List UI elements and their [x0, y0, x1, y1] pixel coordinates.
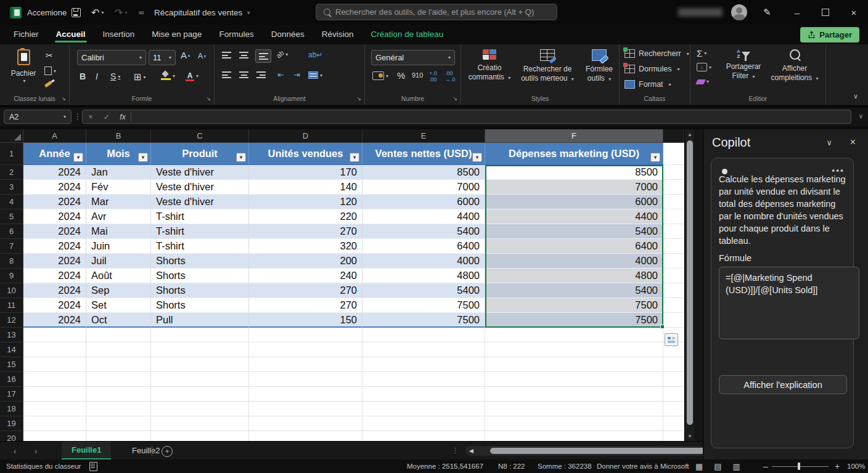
column-letter-D[interactable]: D	[249, 129, 362, 143]
grid-cell[interactable]: 270	[249, 283, 362, 298]
dialog-launcher-clipboard[interactable]: ↘	[61, 95, 66, 102]
font-color-button[interactable]: A▾	[186, 71, 199, 81]
grid-cell-empty[interactable]	[663, 143, 684, 165]
copilot-formula-box[interactable]: =[@|Marketing Spend (USD)]]/[@[Units Sol…	[719, 267, 859, 339]
row-number[interactable]: 5	[0, 209, 23, 224]
grid-cell[interactable]: 200	[249, 254, 362, 269]
grid-cell-empty[interactable]	[485, 431, 663, 441]
grid-cell-empty[interactable]	[23, 357, 86, 372]
row-number[interactable]: 15	[0, 357, 23, 372]
zoom-in-button[interactable]: +	[835, 459, 840, 473]
ribbon-tab-mise-en-page[interactable]: Mise en page	[145, 26, 208, 44]
grid-cell[interactable]: Shorts	[151, 254, 249, 269]
zoom-slider[interactable]	[772, 466, 829, 467]
grid-cell-empty[interactable]	[663, 431, 684, 441]
search-input[interactable]: Rechercher des outils, de l'aide, et plu…	[316, 4, 557, 20]
dialog-launcher-alignment[interactable]: ↘	[356, 95, 361, 102]
row-number[interactable]: 2	[0, 165, 23, 180]
grid-cell[interactable]: 8500	[362, 165, 485, 180]
grid-cell-empty[interactable]	[249, 342, 362, 357]
grid-cell-empty[interactable]	[663, 269, 684, 283]
grid-cell[interactable]: Shorts	[151, 283, 249, 298]
grid-cell[interactable]: 7500	[362, 313, 485, 328]
font-size-select[interactable]: 11▾	[149, 50, 176, 65]
add-sheet-button[interactable]: +	[162, 446, 173, 457]
grid-cell-empty[interactable]	[151, 328, 249, 342]
row-number[interactable]: 4	[0, 195, 23, 209]
grid-cell[interactable]: 7000	[362, 180, 485, 195]
wrap-text-button[interactable]: ab↵	[308, 51, 322, 59]
column-letter-B[interactable]: B	[86, 129, 151, 143]
table-header-cell[interactable]: Dépenses marketing (USD)▾	[485, 143, 663, 165]
comma-style-button[interactable]: 910	[412, 71, 423, 79]
ribbon-tab-insertion[interactable]: Insertion	[97, 26, 141, 44]
expand-formula-bar-icon[interactable]: ∨	[859, 113, 863, 119]
horizontal-scroll-thumb[interactable]	[490, 448, 718, 454]
grid-cell-empty[interactable]	[151, 372, 249, 387]
grid-cell-empty[interactable]	[86, 357, 151, 372]
grid-cell-empty[interactable]	[86, 402, 151, 416]
grid-cell-empty[interactable]	[151, 357, 249, 372]
column-letter-C[interactable]: C	[151, 129, 249, 143]
grid-cell-empty[interactable]	[23, 416, 86, 431]
paste-button[interactable]: Pachier▾	[7, 49, 39, 84]
clear-button[interactable]: ▾	[697, 79, 709, 84]
grid-cell-empty[interactable]	[485, 328, 663, 342]
grid-cell[interactable]: Shorts	[151, 269, 249, 283]
grid-cell-empty[interactable]	[362, 402, 485, 416]
grid-cell-selected[interactable]: 7500	[485, 313, 663, 328]
cancel-entry-icon[interactable]: ×	[83, 113, 99, 121]
page-layout-view-icon[interactable]: ▤	[714, 462, 721, 471]
grid-cell[interactable]: 4400	[362, 209, 485, 224]
grid-cell[interactable]: Set	[86, 298, 151, 313]
format-as-table-button[interactable]: Rechercher de outils merteou ▾	[515, 49, 579, 83]
grid-cell-empty[interactable]	[362, 387, 485, 402]
grid-cell-empty[interactable]	[485, 372, 663, 387]
insert-function-icon[interactable]: fx	[115, 113, 131, 121]
decrease-decimal-button[interactable]: .00→.0	[445, 70, 456, 83]
excel-logo-icon[interactable]	[10, 0, 22, 25]
share-button[interactable]: Partager	[800, 27, 859, 42]
grid-cell-empty[interactable]	[23, 328, 86, 342]
next-sheet-icon[interactable]: ›	[35, 442, 37, 460]
formula-input[interactable]: × ✓ fx	[82, 110, 851, 124]
grid-cell[interactable]: 220	[249, 209, 362, 224]
grid-cell-selected[interactable]: 4400	[485, 209, 663, 224]
grid-cell-empty[interactable]	[663, 180, 684, 195]
ribbon-tab-formules[interactable]: Formules	[213, 26, 260, 44]
insert-cells-button[interactable]: Rechercherr▾	[624, 49, 689, 58]
grid-cell-empty[interactable]	[362, 416, 485, 431]
grid-cell-empty[interactable]	[23, 372, 86, 387]
grid-cell-empty[interactable]	[362, 431, 485, 441]
increase-font-button[interactable]: A▲	[181, 50, 191, 60]
cell-styles-button[interactable]: Fórmlee outils ▾	[582, 49, 616, 83]
select-all-corner[interactable]	[0, 129, 23, 143]
sheet-tab-feuille1[interactable]: Feuille1	[62, 442, 111, 459]
orientation-button[interactable]: ab▾	[276, 51, 288, 58]
table-header-cell[interactable]: Produit▾	[151, 143, 249, 165]
grid-cell-empty[interactable]	[663, 283, 684, 298]
column-letter-F[interactable]: F	[485, 129, 663, 143]
row-number[interactable]: 12	[0, 313, 23, 328]
column-letter-partial[interactable]	[663, 129, 684, 143]
scroll-left-icon[interactable]: ◀	[469, 448, 473, 454]
grid-cell[interactable]: Veste d'hiver	[151, 180, 249, 195]
name-box[interactable]: A2▾	[4, 110, 72, 124]
grid-cell-selected[interactable]: 6400	[485, 239, 663, 254]
delete-cells-button[interactable]: Dormules▾	[624, 65, 680, 73]
grid-cell-empty[interactable]	[151, 416, 249, 431]
grid-cell-selected[interactable]: 5400	[485, 283, 663, 298]
grid-cell-empty[interactable]	[485, 357, 663, 372]
grid-cell-empty[interactable]	[86, 342, 151, 357]
grid-cell-empty[interactable]	[151, 402, 249, 416]
row-number[interactable]: 19	[0, 416, 23, 431]
underline-button[interactable]: S▾	[110, 71, 120, 81]
grid-cell-selected[interactable]: 6000	[485, 195, 663, 209]
grid-cell[interactable]: 2024	[23, 254, 86, 269]
quick-analysis-button[interactable]	[665, 333, 678, 346]
grid-cell-selected[interactable]: 8500	[485, 165, 663, 180]
grid-cell-empty[interactable]	[663, 357, 684, 372]
grid-cell-empty[interactable]	[663, 165, 684, 180]
autosum-button[interactable]: Σ▾	[697, 48, 706, 59]
table-header-cell[interactable]: Unités vendues▾	[249, 143, 362, 165]
